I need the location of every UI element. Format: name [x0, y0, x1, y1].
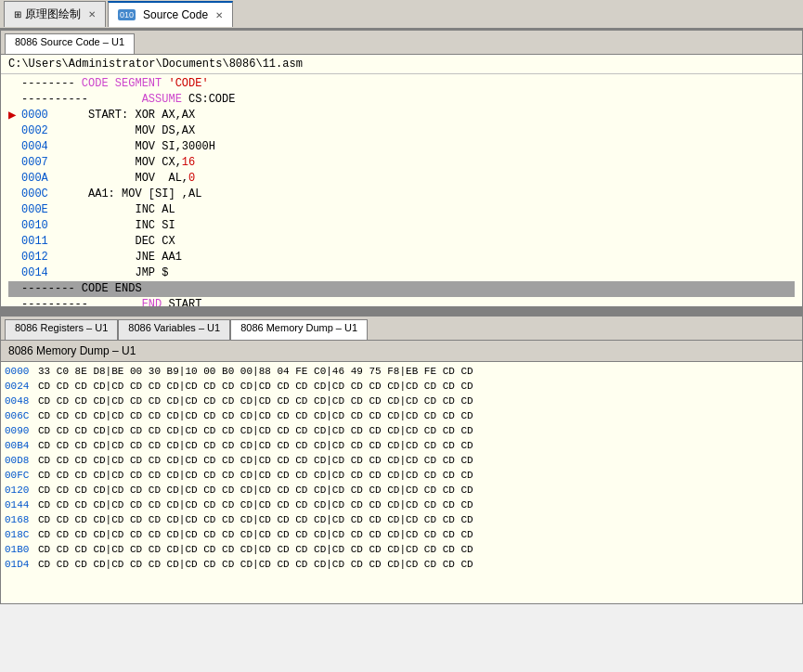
memory-row: 018CCD CD CD CD|CD CD CD CD|CD CD CD CD|…: [5, 527, 798, 542]
code-line-6: 0007 MOV CX, 16: [8, 155, 795, 171]
tab-source-close[interactable]: ✕: [215, 10, 223, 20]
source-icon: 010: [118, 9, 136, 20]
code-line-11: 0011 DEC CX: [8, 234, 795, 250]
mem-row-data: CD CD CD CD|CD CD CD CD|CD CD CD CD|CD C…: [38, 379, 473, 394]
memory-row: 0024CD CD CD CD|CD CD CD CD|CD CD CD CD|…: [5, 379, 798, 394]
sub-tab-source[interactable]: 8086 Source Code – U1: [5, 33, 135, 54]
memory-row: 01B0CD CD CD CD|CD CD CD CD|CD CD CD CD|…: [5, 542, 798, 557]
filepath-bar: C:\Users\Administrator\Documents\8086\11…: [1, 55, 802, 74]
tab-source-label: Source Code: [143, 8, 208, 21]
schematic-icon: ⊞: [14, 9, 21, 19]
mem-row-data: CD CD CD CD|CD CD CD CD|CD CD CD CD|CD C…: [38, 408, 473, 423]
no-arrow-2: [8, 92, 21, 108]
mem-row-addr: 00D8: [5, 453, 34, 468]
source-code-panel: 8086 Source Code – U1 C:\Users\Administr…: [0, 30, 803, 307]
tab-memory[interactable]: 8086 Memory Dump – U1: [230, 319, 368, 340]
mem-row-data: CD CD CD CD|CD CD CD CD|CD CD CD CD|CD C…: [38, 542, 473, 557]
code-line-10: 0010 INC SI: [8, 218, 795, 234]
bottom-tab-bar: 8086 Registers – U1 8086 Variables – U1 …: [1, 317, 802, 341]
memory-row: 00D8CD CD CD CD|CD CD CD CD|CD CD CD CD|…: [5, 453, 798, 468]
code-line-3: ▶ 0000 START: XOR AX,AX: [8, 108, 795, 123]
memory-row: 00B4CD CD CD CD|CD CD CD CD|CD CD CD CD|…: [5, 438, 798, 453]
source-sub-tab-bar: 8086 Source Code – U1: [1, 31, 802, 55]
tab-registers-label: 8086 Registers – U1: [15, 322, 108, 333]
memory-panel-title: 8086 Memory Dump – U1: [1, 341, 802, 362]
tab-schematic-close[interactable]: ✕: [88, 9, 96, 19]
filepath-text: C:\Users\Administrator\Documents\8086\11…: [8, 58, 303, 71]
panel-title-text: 8086 Memory Dump – U1: [8, 344, 136, 357]
mem-row-addr: 00B4: [5, 438, 34, 453]
mem-row-addr: 0120: [5, 483, 34, 498]
memory-dump-area: 000033 C0 8E D8|BE 00 30 B9|10 00 B0 00|…: [1, 362, 802, 603]
mem-row-addr: 018C: [5, 527, 34, 542]
memory-row: 000033 C0 8E D8|BE 00 30 B9|10 00 B0 00|…: [5, 364, 798, 379]
mem-row-addr: 0048: [5, 394, 34, 408]
main-tab-bar: ⊞ 原理图绘制 ✕ 010 Source Code ✕: [0, 0, 803, 30]
mem-row-data: CD CD CD CD|CD CD CD CD|CD CD CD CD|CD C…: [38, 438, 473, 453]
code-line-7: 000A MOV AL, 0: [8, 171, 795, 187]
mem-row-data: CD CD CD CD|CD CD CD CD|CD CD CD CD|CD C…: [38, 453, 473, 468]
mem-row-data: CD CD CD CD|CD CD CD CD|CD CD CD CD|CD C…: [38, 557, 473, 572]
mem-row-addr: 0024: [5, 379, 34, 394]
memory-row: 0090CD CD CD CD|CD CD CD CD|CD CD CD CD|…: [5, 423, 798, 438]
code-line-9: 000E INC AL: [8, 202, 795, 218]
mem-row-addr: 00FC: [5, 468, 34, 483]
mem-row-addr: 0168: [5, 512, 34, 527]
tab-variables[interactable]: 8086 Variables – U1: [118, 319, 230, 340]
mem-row-data: CD CD CD CD|CD CD CD CD|CD CD CD CD|CD C…: [38, 512, 473, 527]
no-arrow-1: [8, 76, 21, 92]
mem-row-data: CD CD CD CD|CD CD CD CD|CD CD CD CD|CD C…: [38, 483, 473, 498]
code-area: -------- CODE SEGMENT 'CODE' ---------- …: [1, 74, 802, 306]
code-line-4: 0002 MOV DS,AX: [8, 123, 795, 139]
code-line-2: ---------- ASSUME CS:CODE: [8, 92, 795, 108]
code-line-8: 000C AA1: MOV [SI] ,AL: [8, 187, 795, 202]
code-line-15: ---------- END START: [8, 297, 795, 306]
code-line-5: 0004 MOV SI,3000H: [8, 139, 795, 155]
mem-row-addr: 01D4: [5, 557, 34, 572]
bottom-panel: 8086 Registers – U1 8086 Variables – U1 …: [0, 315, 803, 604]
tab-source[interactable]: 010 Source Code ✕: [108, 1, 233, 27]
mem-row-addr: 0000: [5, 364, 34, 379]
mem-row-data: CD CD CD CD|CD CD CD CD|CD CD CD CD|CD C…: [38, 423, 473, 438]
mem-row-addr: 0090: [5, 423, 34, 438]
mem-row-data: 33 C0 8E D8|BE 00 30 B9|10 00 B0 00|88 0…: [38, 364, 473, 379]
sub-tab-source-label: 8086 Source Code – U1: [15, 36, 124, 47]
memory-row: 0168CD CD CD CD|CD CD CD CD|CD CD CD CD|…: [5, 512, 798, 527]
panel-divider: [0, 307, 803, 315]
mem-row-data: CD CD CD CD|CD CD CD CD|CD CD CD CD|CD C…: [38, 498, 473, 512]
memory-row: 01D4CD CD CD CD|CD CD CD CD|CD CD CD CD|…: [5, 557, 798, 572]
mem-row-addr: 0144: [5, 498, 34, 512]
mem-row-data: CD CD CD CD|CD CD CD CD|CD CD CD CD|CD C…: [38, 394, 473, 408]
memory-row: 006CCD CD CD CD|CD CD CD CD|CD CD CD CD|…: [5, 408, 798, 423]
arrow-3: ▶: [8, 108, 21, 123]
memory-row: 0120CD CD CD CD|CD CD CD CD|CD CD CD CD|…: [5, 483, 798, 498]
code-line-12: 0012 JNE AA1: [8, 250, 795, 265]
mem-row-addr: 006C: [5, 408, 34, 423]
code-line-14: -------- CODE ENDS: [8, 281, 795, 297]
mem-row-addr: 01B0: [5, 542, 34, 557]
tab-schematic[interactable]: ⊞ 原理图绘制 ✕: [4, 1, 106, 27]
tab-registers[interactable]: 8086 Registers – U1: [5, 319, 118, 340]
tab-schematic-label: 原理图绘制: [25, 6, 81, 22]
mem-row-data: CD CD CD CD|CD CD CD CD|CD CD CD CD|CD C…: [38, 468, 473, 483]
code-line-1: -------- CODE SEGMENT 'CODE': [8, 76, 795, 92]
code-line-13: 0014 JMP $: [8, 265, 795, 281]
tab-memory-label: 8086 Memory Dump – U1: [240, 322, 357, 333]
memory-row: 0144CD CD CD CD|CD CD CD CD|CD CD CD CD|…: [5, 498, 798, 512]
memory-row: 0048CD CD CD CD|CD CD CD CD|CD CD CD CD|…: [5, 394, 798, 408]
memory-row: 00FCCD CD CD CD|CD CD CD CD|CD CD CD CD|…: [5, 468, 798, 483]
tab-variables-label: 8086 Variables – U1: [128, 322, 220, 333]
mem-row-data: CD CD CD CD|CD CD CD CD|CD CD CD CD|CD C…: [38, 527, 473, 542]
